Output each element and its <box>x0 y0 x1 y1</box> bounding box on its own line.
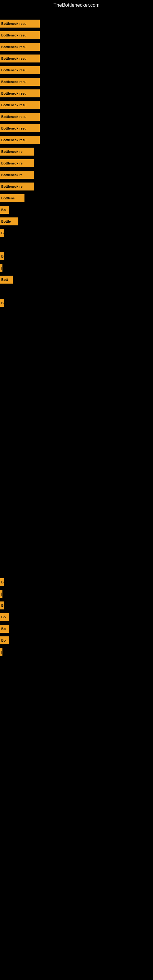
bottleneck-bar[interactable]: Bottleneck re <box>0 183 33 191</box>
bottleneck-bar[interactable]: Bottleneck resu <box>0 54 40 62</box>
bottleneck-bar[interactable]: B <box>0 229 4 237</box>
bottleneck-bar[interactable]: Bo <box>0 206 9 214</box>
bottleneck-bar[interactable]: Bottleneck re <box>0 159 33 167</box>
bottleneck-bar[interactable]: Bo <box>0 613 9 621</box>
bottleneck-bar[interactable]: Bott <box>0 275 13 283</box>
bottleneck-label: Bottleneck resu <box>1 45 27 49</box>
bottleneck-label: Bottleneck re <box>1 161 22 165</box>
bottleneck-bar[interactable]: Bo <box>0 625 9 633</box>
bottleneck-label: | <box>1 592 2 596</box>
bottleneck-bar[interactable]: B <box>0 601 4 609</box>
bottleneck-bar[interactable]: Bottleneck resu <box>0 101 40 109</box>
bottleneck-label: | <box>1 266 2 270</box>
bottleneck-label: B <box>1 231 4 235</box>
bottleneck-bar[interactable]: Bottleneck resu <box>0 124 40 132</box>
bottleneck-bar[interactable]: B <box>0 299 4 307</box>
bottleneck-label: B <box>1 301 4 305</box>
bottleneck-bar[interactable]: Bottleneck resu <box>0 20 40 27</box>
bottleneck-label: Bottleneck re <box>1 173 22 177</box>
bottleneck-bar[interactable]: Bo <box>0 636 9 644</box>
bottleneck-label: Bottle <box>1 220 11 223</box>
bottleneck-label: Bottleneck re <box>1 185 22 188</box>
bottleneck-bar[interactable]: Bottleneck resu <box>0 136 40 144</box>
bottleneck-bar[interactable]: Bottleneck re <box>0 148 33 156</box>
bottleneck-bar[interactable]: Bottleneck resu <box>0 113 40 121</box>
bottleneck-bar[interactable]: Bottleneck resu <box>0 43 40 51</box>
bottleneck-label: Bo <box>1 615 6 619</box>
bottleneck-label: | <box>1 650 2 654</box>
bottleneck-bar[interactable]: Bottle <box>0 218 18 225</box>
bottleneck-label: Bottleneck re <box>1 150 22 153</box>
bottleneck-label: Bottleneck resu <box>1 126 27 130</box>
bottleneck-bar[interactable]: | <box>0 264 2 272</box>
bottleneck-label: Bottlene <box>1 196 15 200</box>
bottleneck-bar[interactable]: B <box>0 578 4 586</box>
bottleneck-label: Bottleneck resu <box>1 80 27 84</box>
bottleneck-bar[interactable]: Bottleneck resu <box>0 31 40 39</box>
bottleneck-label: B <box>1 255 4 258</box>
bottleneck-label: Bott <box>1 278 8 282</box>
bottleneck-bar[interactable]: Bottleneck resu <box>0 89 40 97</box>
bottleneck-bar[interactable]: B <box>0 252 4 260</box>
bottleneck-bar[interactable]: Bottleneck resu <box>0 66 40 74</box>
bottleneck-label: Bottleneck resu <box>1 33 27 37</box>
bottleneck-bar[interactable]: Bottleneck resu <box>0 78 40 86</box>
entries-container: Bottleneck resuBottleneck resuBottleneck… <box>0 10 153 684</box>
bottleneck-bar[interactable]: Bottleneck re <box>0 171 33 179</box>
bottleneck-label: Bottleneck resu <box>1 92 27 95</box>
bottleneck-label: Bottleneck resu <box>1 22 27 25</box>
bottleneck-bar[interactable]: Bottlene <box>0 194 24 202</box>
bottleneck-label: Bottleneck resu <box>1 115 27 119</box>
bottleneck-label: Bottleneck resu <box>1 68 27 72</box>
bottleneck-label: Bo <box>1 627 6 630</box>
bottleneck-label: B <box>1 580 4 584</box>
site-title: TheBottlenecker.com <box>0 0 153 10</box>
bottleneck-label: Bo <box>1 638 6 642</box>
bottleneck-label: Bo <box>1 208 6 212</box>
bottleneck-bar[interactable]: | <box>0 590 2 598</box>
bottleneck-label: B <box>1 604 4 607</box>
bottleneck-label: Bottleneck resu <box>1 103 27 107</box>
bottleneck-label: Bottleneck resu <box>1 138 27 142</box>
bottleneck-label: Bottleneck resu <box>1 57 27 60</box>
bottleneck-bar[interactable]: | <box>0 648 2 656</box>
